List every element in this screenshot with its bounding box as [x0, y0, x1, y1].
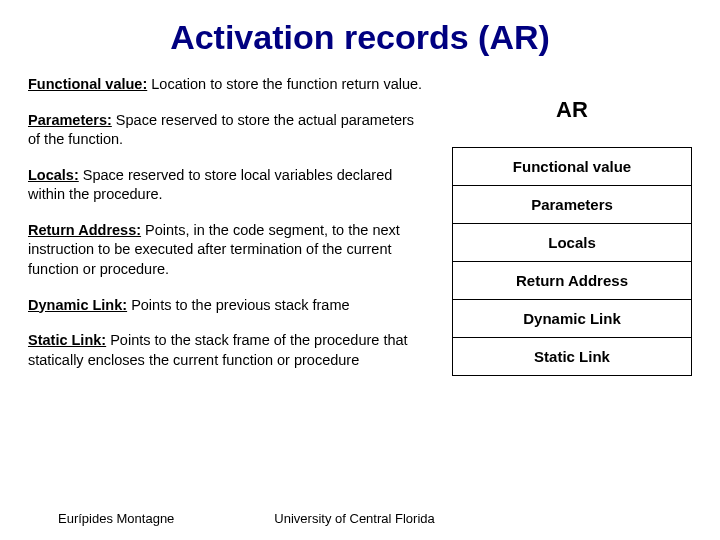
- def-static-link: Static Link: Points to the stack frame o…: [28, 331, 428, 370]
- footer-institution: University of Central Florida: [174, 511, 434, 526]
- diagram-column: AR Functional value Parameters Locals Re…: [452, 75, 692, 386]
- definition-text: Location to store the function return va…: [147, 76, 422, 92]
- term: Locals:: [28, 167, 79, 183]
- def-parameters: Parameters: Space reserved to store the …: [28, 111, 428, 150]
- ar-cell-static-link: Static Link: [453, 338, 691, 375]
- def-functional-value: Functional value: Location to store the …: [28, 75, 428, 95]
- def-locals: Locals: Space reserved to store local va…: [28, 166, 428, 205]
- ar-cell-parameters: Parameters: [453, 186, 691, 224]
- term: Functional value:: [28, 76, 147, 92]
- ar-cell-return-address: Return Address: [453, 262, 691, 300]
- ar-diagram: Functional value Parameters Locals Retur…: [452, 147, 692, 376]
- def-return-address: Return Address: Points, in the code segm…: [28, 221, 428, 280]
- definitions-column: Functional value: Location to store the …: [28, 75, 428, 386]
- def-dynamic-link: Dynamic Link: Points to the previous sta…: [28, 296, 428, 316]
- term: Static Link:: [28, 332, 106, 348]
- ar-cell-functional-value: Functional value: [453, 148, 691, 186]
- footer: Eurípides Montagne University of Central…: [0, 511, 720, 526]
- term: Parameters:: [28, 112, 112, 128]
- definition-text: Points to the previous stack frame: [127, 297, 349, 313]
- footer-author: Eurípides Montagne: [0, 511, 174, 526]
- ar-cell-locals: Locals: [453, 224, 691, 262]
- definition-text: Space reserved to store local variables …: [28, 167, 392, 203]
- ar-cell-dynamic-link: Dynamic Link: [453, 300, 691, 338]
- term: Dynamic Link:: [28, 297, 127, 313]
- term: Return Address:: [28, 222, 141, 238]
- content-area: Functional value: Location to store the …: [28, 75, 692, 386]
- page-title: Activation records (AR): [28, 18, 692, 57]
- diagram-heading: AR: [452, 97, 692, 123]
